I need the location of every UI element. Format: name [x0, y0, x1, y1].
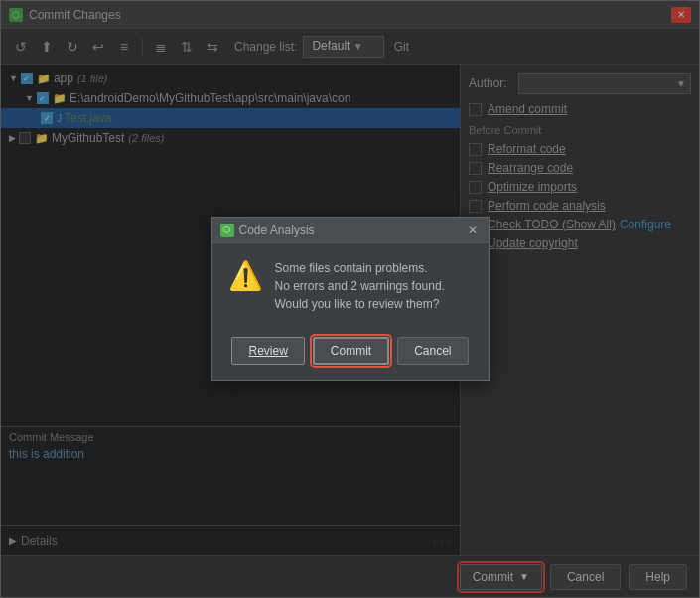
dialog-review-button[interactable]: Review: [231, 337, 304, 365]
dialog-cancel-button[interactable]: Cancel: [397, 337, 468, 365]
dialog-message: Some files contain problems. No errors a…: [275, 259, 445, 313]
dialog-buttons: Review Commit Cancel: [212, 329, 489, 380]
dialog-title: Code Analysis: [239, 224, 315, 237]
dialog-commit-button[interactable]: Commit: [313, 337, 389, 365]
dialog-icon: ⬡: [220, 224, 234, 237]
dialog-body: ⚠️ Some files contain problems. No error…: [212, 243, 489, 329]
warning-icon: ⚠️: [228, 259, 263, 313]
dialog-close-button[interactable]: ✕: [465, 224, 481, 237]
main-window: ⬡ Commit Changes ✕ ↺ ⬆ ↻ ↩ ≡ ≣ ⇅ ⇆ Chang…: [0, 0, 700, 598]
code-analysis-dialog: ⬡ Code Analysis ✕ ⚠️ Some files contain …: [211, 217, 490, 381]
dialog-titlebar: ⬡ Code Analysis ✕: [212, 218, 489, 243]
dialog-title-left: ⬡ Code Analysis: [220, 224, 315, 237]
modal-overlay: ⬡ Code Analysis ✕ ⚠️ Some files contain …: [1, 1, 699, 597]
